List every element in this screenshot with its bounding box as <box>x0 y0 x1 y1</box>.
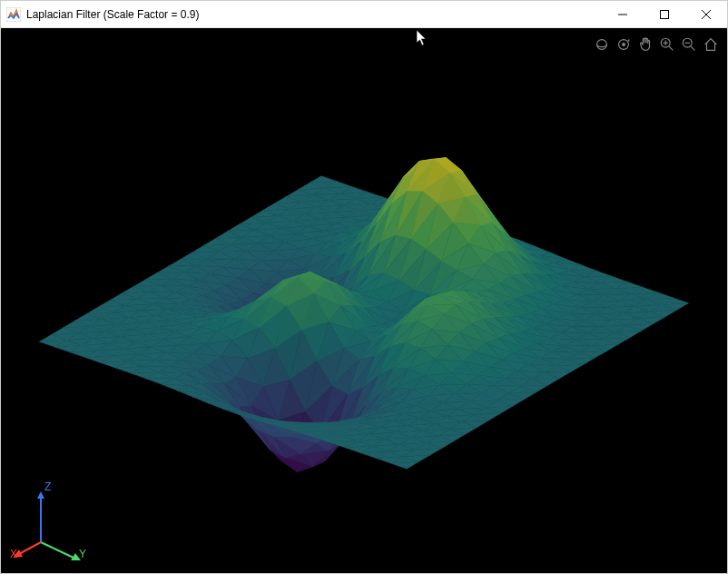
app-icon <box>6 7 21 22</box>
axis-x-label: X <box>10 548 17 560</box>
svg-rect-2 <box>661 10 669 18</box>
figure-viewport[interactable]: Z Y X <box>1 28 727 573</box>
close-button[interactable] <box>685 1 727 27</box>
axis-y-label: Y <box>79 548 86 560</box>
titlebar: Laplacian Filter (Scale Factor = 0.9) <box>1 1 727 28</box>
axis-z-label: Z <box>44 480 51 493</box>
axis-triad: Z Y X <box>14 479 95 560</box>
maximize-button[interactable] <box>644 1 685 27</box>
svg-marker-1168 <box>37 491 44 499</box>
svg-line-1169 <box>41 542 75 559</box>
minimize-button[interactable] <box>602 1 644 27</box>
svg-rect-0 <box>6 7 21 22</box>
surface-plot[interactable] <box>1 28 727 573</box>
window-controls <box>602 1 727 27</box>
window-title: Laplacian Filter (Scale Factor = 0.9) <box>26 8 602 21</box>
figure-window: Laplacian Filter (Scale Factor = 0.9) <box>0 0 728 574</box>
